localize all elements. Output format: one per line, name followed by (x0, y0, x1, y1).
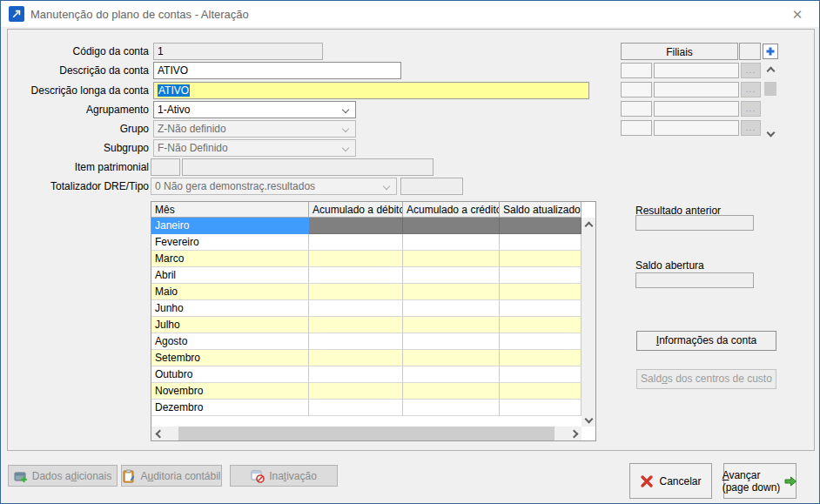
credito-cell[interactable] (403, 366, 500, 383)
month-cell[interactable]: Setembro (151, 350, 309, 366)
item-patrimonial-label: Item patrimonial (10, 161, 149, 173)
debito-cell[interactable] (309, 300, 403, 317)
table-row[interactable]: Janeiro (151, 218, 581, 234)
saldo-cell[interactable] (500, 333, 581, 350)
credito-cell[interactable] (403, 400, 500, 416)
debito-cell[interactable] (309, 333, 403, 350)
saldo-cell[interactable] (500, 366, 581, 383)
saldo-cell[interactable] (500, 350, 581, 366)
debito-cell[interactable] (309, 366, 403, 383)
month-cell[interactable]: Junho (151, 300, 309, 317)
scrollbar-thumb[interactable] (764, 82, 776, 96)
descricao-longa-field[interactable]: ATIVO (153, 82, 589, 99)
filial-code-field[interactable] (621, 101, 652, 117)
scroll-down-icon[interactable] (763, 122, 777, 136)
scroll-right-icon[interactable] (568, 427, 581, 440)
saldo-cell[interactable] (500, 300, 581, 317)
scrollbar-thumb[interactable] (178, 427, 555, 440)
filial-name-field[interactable] (654, 120, 739, 136)
subgrupo-label: Subgrupo (10, 142, 149, 154)
cancel-x-icon (640, 474, 654, 488)
saldo-cell[interactable] (500, 383, 581, 400)
table-row[interactable]: Maio (151, 284, 581, 300)
credito-cell[interactable] (403, 300, 500, 317)
month-cell[interactable]: Novembro (151, 383, 309, 400)
table-row[interactable]: Agosto (151, 333, 581, 350)
header-mes[interactable]: Mês (151, 202, 309, 218)
filial-code-field[interactable] (621, 82, 652, 97)
saldo-cell[interactable] (500, 234, 581, 251)
cancel-button[interactable]: Cancelar (629, 463, 712, 499)
table-row[interactable]: Novembro (151, 383, 581, 400)
descricao-field[interactable]: ATIVO (153, 62, 401, 79)
debito-cell[interactable] (309, 251, 403, 267)
table-row[interactable]: Abril (151, 267, 581, 284)
agrupamento-select[interactable]: 1-Ativo (153, 101, 356, 118)
filial-name-field[interactable] (654, 63, 739, 78)
credito-cell[interactable] (403, 383, 500, 400)
filial-name-field[interactable] (654, 82, 739, 97)
month-cell[interactable]: Julho (151, 317, 309, 333)
table-row[interactable]: Dezembro (151, 400, 581, 416)
scroll-up-icon[interactable] (581, 218, 595, 232)
horizontal-scrollbar[interactable] (151, 427, 581, 440)
credito-cell[interactable] (403, 350, 500, 366)
credito-cell[interactable] (403, 267, 500, 284)
saldo-cell[interactable] (500, 284, 581, 300)
table-row[interactable]: Julho (151, 317, 581, 333)
month-cell[interactable]: Agosto (151, 333, 309, 350)
debito-cell[interactable] (309, 400, 403, 416)
filial-code-field[interactable] (621, 120, 652, 136)
filial-code-field[interactable] (621, 63, 652, 78)
credito-cell[interactable] (403, 234, 500, 251)
month-cell[interactable]: Maio (151, 284, 309, 300)
month-cell[interactable]: Fevereiro (151, 234, 309, 251)
table-row[interactable]: Outubro (151, 366, 581, 383)
debito-cell[interactable] (309, 218, 403, 234)
saldo-cell[interactable] (500, 218, 581, 234)
filiais-header[interactable]: Filiais (621, 43, 738, 60)
scroll-left-icon[interactable] (151, 427, 165, 440)
filiais-scrollbar[interactable] (763, 63, 777, 136)
credito-cell[interactable] (403, 284, 500, 300)
subgrupo-select: F-Não Definido (153, 139, 356, 157)
month-cell[interactable]: Marco (151, 251, 309, 267)
scroll-up-icon[interactable] (763, 63, 777, 77)
header-acumulado-debito[interactable]: Acumulado a débito (309, 202, 403, 218)
table-row[interactable]: Junho (151, 300, 581, 317)
month-cell[interactable]: Outubro (151, 366, 309, 383)
app-icon (9, 6, 24, 22)
credito-cell[interactable] (403, 317, 500, 333)
saldo-cell[interactable] (500, 317, 581, 333)
debito-cell[interactable] (309, 350, 403, 366)
add-filial-button[interactable] (763, 44, 778, 59)
month-cell[interactable]: Janeiro (151, 218, 309, 234)
vertical-scrollbar[interactable] (581, 218, 595, 427)
saldo-cell[interactable] (500, 251, 581, 267)
informacoes-da-conta-button[interactable]: Informações da conta (636, 331, 776, 351)
dialog-window: Manutenção do plano de contas - Alteraçã… (0, 0, 820, 504)
advance-button[interactable]: Avançar(page down) (723, 463, 796, 499)
scroll-down-icon[interactable] (581, 413, 595, 427)
debito-cell[interactable] (309, 284, 403, 300)
month-cell[interactable]: Dezembro (151, 400, 309, 416)
saldo-cell[interactable] (500, 400, 581, 416)
close-icon[interactable]: ✕ (787, 5, 808, 24)
resultado-anterior-field (635, 215, 754, 231)
table-row[interactable]: Fevereiro (151, 234, 581, 251)
credito-cell[interactable] (403, 218, 500, 234)
table-row[interactable]: Marco (151, 251, 581, 267)
filial-name-field[interactable] (654, 101, 739, 117)
debito-cell[interactable] (309, 317, 403, 333)
item-patrimonial-code-field (151, 158, 180, 176)
debito-cell[interactable] (309, 383, 403, 400)
debito-cell[interactable] (309, 234, 403, 251)
credito-cell[interactable] (403, 251, 500, 267)
credito-cell[interactable] (403, 333, 500, 350)
header-acumulado-credito[interactable]: Acumulado a crédito (403, 202, 500, 218)
saldo-cell[interactable] (500, 267, 581, 284)
debito-cell[interactable] (309, 267, 403, 284)
header-saldo-atualizado[interactable]: Saldo atualizado (500, 202, 581, 218)
table-row[interactable]: Setembro (151, 350, 581, 366)
month-cell[interactable]: Abril (151, 267, 309, 284)
